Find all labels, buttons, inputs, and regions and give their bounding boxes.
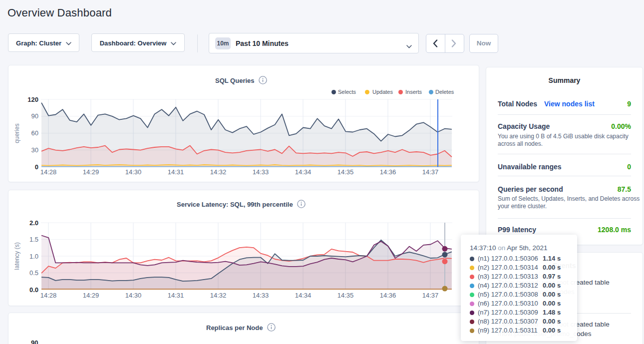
svg-text:0.5: 0.5 — [29, 269, 38, 277]
svg-text:1.5: 1.5 — [29, 236, 38, 243]
svg-text:14:34: 14:34 — [295, 292, 312, 299]
svg-text:14:33: 14:33 — [253, 292, 269, 299]
svg-text:0: 0 — [35, 163, 38, 171]
svg-text:14:30: 14:30 — [125, 292, 142, 299]
svg-text:90: 90 — [31, 112, 38, 120]
svg-text:14:28: 14:28 — [40, 168, 57, 176]
svg-text:latency (s): latency (s) — [13, 242, 20, 270]
svg-text:30: 30 — [31, 146, 38, 154]
svg-text:2.0: 2.0 — [29, 219, 38, 227]
svg-text:14:35: 14:35 — [337, 292, 354, 299]
svg-text:14:31: 14:31 — [168, 292, 184, 299]
svg-text:14:29: 14:29 — [83, 292, 99, 299]
svg-text:14:29: 14:29 — [83, 168, 99, 176]
svg-text:14:30: 14:30 — [125, 168, 142, 176]
svg-text:14:32: 14:32 — [210, 168, 227, 176]
svg-text:14:32: 14:32 — [210, 292, 227, 299]
svg-text:1.0: 1.0 — [29, 253, 38, 260]
svg-text:14:35: 14:35 — [337, 168, 354, 176]
svg-text:14:28: 14:28 — [40, 292, 57, 299]
svg-text:14:34: 14:34 — [295, 168, 312, 176]
svg-text:queries: queries — [13, 123, 20, 143]
svg-text:14:36: 14:36 — [380, 168, 396, 176]
svg-text:120: 120 — [27, 96, 38, 103]
svg-text:14:37: 14:37 — [422, 168, 439, 176]
svg-text:14:36: 14:36 — [380, 292, 396, 299]
svg-text:60: 60 — [31, 129, 38, 137]
svg-text:14:37: 14:37 — [422, 292, 439, 299]
svg-text:0.0: 0.0 — [29, 286, 38, 294]
svg-text:14:31: 14:31 — [168, 168, 184, 176]
svg-text:14:33: 14:33 — [253, 168, 269, 176]
